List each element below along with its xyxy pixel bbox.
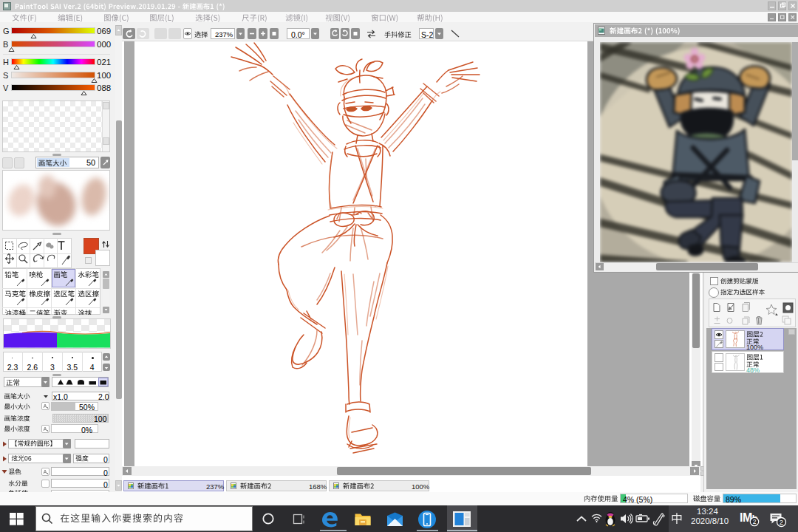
svg-text:2: 2 — [780, 518, 783, 526]
svg-text:2: 2 — [753, 518, 757, 525]
